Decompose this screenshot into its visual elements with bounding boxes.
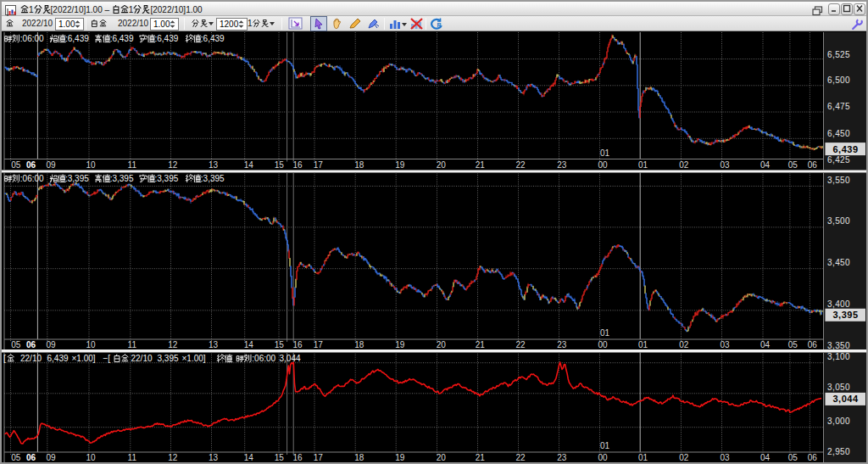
- svg-text:3,500: 3,500: [827, 216, 850, 226]
- svg-text:10: 10: [86, 340, 96, 349]
- svg-text:21: 21: [476, 160, 486, 170]
- svg-text:02: 02: [679, 160, 689, 170]
- svg-text:19: 19: [395, 340, 405, 349]
- svg-text::6,439: :6,439: [110, 34, 134, 43]
- svg-text:16: 16: [292, 453, 303, 462]
- svg-text::6,439: :6,439: [155, 34, 179, 43]
- svg-text:17: 17: [314, 160, 324, 170]
- svg-text:×1.00]: ×1.00]: [182, 354, 206, 363]
- svg-text:18: 18: [354, 453, 364, 462]
- svg-text:13: 13: [209, 453, 219, 462]
- svg-text:11: 11: [128, 340, 137, 349]
- svg-text:22: 22: [515, 340, 526, 349]
- svg-text:03: 03: [720, 160, 730, 170]
- svg-text:21: 21: [476, 340, 486, 349]
- svg-text:3,550: 3,550: [827, 176, 850, 185]
- svg-text:06: 06: [808, 453, 818, 462]
- svg-text::3,395: :3,395: [155, 174, 179, 183]
- svg-text:6,475: 6,475: [827, 102, 850, 111]
- svg-text:06: 06: [808, 160, 818, 170]
- svg-text:18: 18: [354, 340, 364, 349]
- svg-text:04: 04: [760, 453, 771, 462]
- svg-text:01: 01: [638, 340, 648, 349]
- svg-text:6,500: 6,500: [827, 75, 850, 85]
- svg-text:04: 04: [760, 340, 771, 349]
- svg-text:16: 16: [292, 160, 303, 170]
- svg-text:01: 01: [600, 328, 610, 338]
- svg-text:13: 13: [209, 160, 219, 170]
- svg-text:04: 04: [760, 160, 771, 170]
- svg-text:6,450: 6,450: [827, 129, 850, 138]
- svg-text:15: 15: [275, 340, 285, 349]
- svg-text:22: 22: [515, 453, 526, 462]
- svg-text:23: 23: [557, 453, 567, 462]
- svg-text:14: 14: [244, 160, 254, 170]
- svg-text:05: 05: [788, 340, 798, 349]
- svg-text:12: 12: [168, 453, 178, 462]
- svg-text:01: 01: [638, 453, 648, 462]
- svg-text::3,395: :3,395: [201, 174, 225, 183]
- svg-text:3,044: 3,044: [280, 354, 301, 363]
- svg-text:16: 16: [292, 340, 303, 349]
- svg-text:22/10: 22/10: [131, 354, 153, 363]
- svg-text:05: 05: [11, 160, 21, 170]
- svg-text:00: 00: [598, 340, 608, 349]
- svg-text:6,439: 6,439: [832, 144, 858, 154]
- svg-text:17: 17: [314, 340, 324, 349]
- svg-text:01: 01: [600, 441, 610, 450]
- svg-text:22/10: 22/10: [20, 354, 42, 363]
- svg-text:05: 05: [11, 340, 21, 349]
- svg-text:23: 23: [557, 160, 567, 170]
- svg-text:14: 14: [244, 340, 254, 349]
- svg-text::06:00: :06:00: [252, 354, 275, 363]
- svg-text:18: 18: [354, 160, 364, 170]
- svg-text:6,525: 6,525: [827, 50, 850, 59]
- svg-text:10: 10: [86, 453, 96, 462]
- svg-text:20: 20: [437, 340, 447, 349]
- svg-text:6,425: 6,425: [827, 155, 850, 165]
- svg-text:09: 09: [46, 340, 56, 349]
- svg-text::3,395: :3,395: [65, 174, 89, 183]
- svg-text::6,439: :6,439: [201, 34, 225, 43]
- svg-text:03: 03: [720, 340, 730, 349]
- svg-text::3,395: :3,395: [110, 174, 134, 183]
- svg-text:06: 06: [808, 340, 818, 349]
- svg-text:05: 05: [11, 453, 21, 462]
- svg-text:19: 19: [395, 160, 405, 170]
- svg-text:3,450: 3,450: [827, 258, 850, 267]
- svg-text:×1.00]: ×1.00]: [72, 354, 96, 363]
- svg-text:12: 12: [168, 340, 178, 349]
- svg-text:00: 00: [598, 453, 608, 462]
- svg-text::6,439: :6,439: [65, 34, 89, 43]
- svg-text:−[: −[: [103, 354, 111, 363]
- svg-text:6,439: 6,439: [47, 354, 69, 363]
- svg-text:05: 05: [788, 453, 798, 462]
- svg-text:10: 10: [86, 160, 96, 170]
- svg-text:02: 02: [679, 453, 689, 462]
- svg-text::06:00: :06:00: [20, 174, 44, 183]
- svg-text:13: 13: [209, 340, 219, 349]
- svg-text:3,100: 3,100: [827, 352, 850, 361]
- svg-text:06: 06: [26, 160, 36, 170]
- svg-text:21: 21: [476, 453, 486, 462]
- svg-text:19: 19: [395, 453, 405, 462]
- svg-text:R: R: [437, 22, 442, 28]
- svg-text:09: 09: [46, 160, 56, 170]
- svg-text:3,400: 3,400: [827, 299, 850, 309]
- svg-text:[: [: [3, 354, 6, 363]
- svg-text:15: 15: [275, 160, 285, 170]
- svg-text:02: 02: [679, 340, 689, 349]
- svg-text:06: 06: [26, 453, 36, 462]
- svg-text:22: 22: [515, 160, 526, 170]
- svg-text:01: 01: [638, 160, 648, 170]
- svg-text::06:00: :06:00: [20, 34, 44, 43]
- svg-text:3,395: 3,395: [158, 354, 179, 363]
- svg-text:09: 09: [46, 453, 56, 462]
- svg-text:3,000: 3,000: [827, 416, 850, 426]
- svg-text:3,395: 3,395: [832, 310, 858, 320]
- svg-text:12: 12: [168, 160, 178, 170]
- svg-text:05: 05: [788, 160, 798, 170]
- svg-text:01: 01: [600, 148, 610, 158]
- svg-text:14: 14: [244, 453, 254, 462]
- svg-text:20: 20: [437, 453, 447, 462]
